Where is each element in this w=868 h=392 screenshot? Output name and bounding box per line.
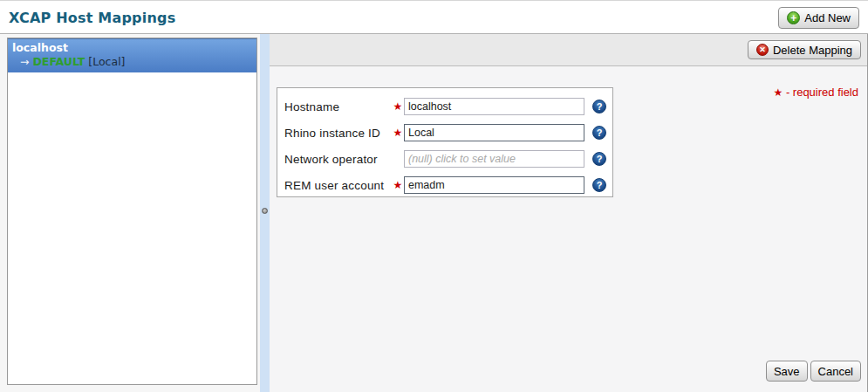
required-field-legend: ★ - required field [774,86,859,99]
network-operator-help-icon[interactable]: ? [592,152,606,166]
tree-item-localhost[interactable]: localhost → DEFAULT [Local] [8,38,256,72]
required-star-icon: ★ [774,86,783,99]
arrow-right-icon: → [20,55,29,68]
required-legend-text: - required field [786,86,858,99]
add-new-label: Add New [804,11,851,24]
hostname-help-icon[interactable]: ? [592,100,606,113]
rhino-instance-id-input[interactable] [404,124,584,141]
rem-required-star-icon: ★ [392,179,404,191]
delete-x-icon: ✕ [756,44,769,56]
hostname-required-star-icon: ★ [392,100,404,113]
page-title: XCAP Host Mappings [9,10,175,26]
rem-help-icon[interactable]: ? [592,178,606,192]
rhino-required-star-icon: ★ [392,127,404,139]
page-header: XCAP Host Mappings + Add New [0,1,868,34]
rhino-help-icon[interactable]: ? [592,126,606,140]
tree-instance-label: [Local] [88,55,125,68]
network-operator-input[interactable] [404,150,584,168]
delete-mapping-label: Delete Mapping [773,44,852,57]
detail-toolbar: ✕ Delete Mapping [270,34,867,66]
form-row-hostname: Hostname ★ ? [277,94,612,119]
host-tree-panel: localhost → DEFAULT [Local] [7,38,257,385]
hostname-input[interactable] [404,98,584,115]
tree-mapping-label: DEFAULT [32,55,85,68]
rem-user-account-input[interactable] [404,176,584,194]
splitter-grip-icon[interactable] [262,208,268,214]
mapping-detail-panel: ✕ Delete Mapping ★ - required field Host… [270,34,867,392]
form-row-rhino-instance-id: Rhino instance ID ★ ? [277,120,612,145]
tree-item-default-mapping[interactable]: → DEFAULT [Local] [12,55,252,68]
tree-host-label: localhost [12,41,252,54]
delete-mapping-button[interactable]: ✕ Delete Mapping [748,40,861,59]
rhino-instance-id-label: Rhino instance ID [277,127,392,140]
save-button[interactable]: Save [766,361,808,382]
form-row-rem-user-account: REM user account ★ ? [277,173,612,197]
add-plus-icon: + [787,11,800,24]
rem-user-account-label: REM user account [277,179,392,192]
xcap-host-mappings-page: XCAP Host Mappings + Add New localhost →… [0,0,868,392]
panel-splitter[interactable] [260,34,270,392]
mapping-form: Hostname ★ ? Rhino instance ID ★ ? Netwo… [277,87,613,197]
body-region: localhost → DEFAULT [Local] ✕ Delete Map… [0,34,868,392]
cancel-button[interactable]: Cancel [810,361,861,382]
add-new-button[interactable]: + Add New [778,7,859,29]
form-action-bar: Save Cancel [766,361,861,382]
form-row-network-operator: Network operator ? [277,147,612,171]
network-operator-label: Network operator [277,153,392,166]
hostname-label: Hostname [277,100,392,113]
